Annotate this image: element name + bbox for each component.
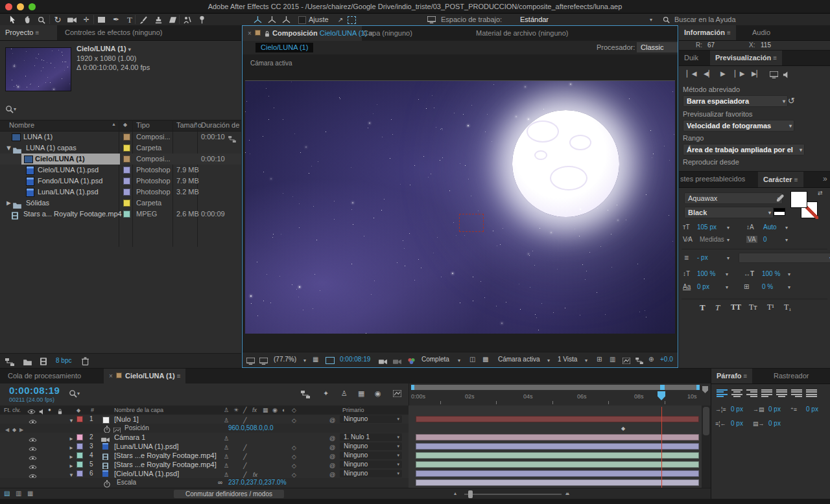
show-snapshot-icon[interactable] [393, 357, 401, 365]
project-row[interactable]: Stars a... Royalty Footage.mp4 MPEG 2.6 … [0, 209, 241, 220]
space-before-value[interactable]: 0 px [768, 406, 781, 413]
zoom-tool[interactable] [36, 15, 47, 25]
chevron-icon[interactable]: ▾ [727, 237, 729, 243]
tab-composition[interactable]: × Composición Cielo/LUNA (1) ≡ [243, 26, 362, 41]
grid-guides-icon[interactable]: ▦ [313, 356, 318, 363]
project-search-icon[interactable]: ▾ [5, 104, 16, 113]
view-selector[interactable]: Cámara activa [498, 356, 540, 363]
font-style-dropdown[interactable]: Black▾ [684, 207, 774, 218]
overflow-icon[interactable]: » [818, 172, 830, 187]
world-axis-mode-button[interactable] [266, 15, 278, 25]
baseline-shift-value[interactable]: 0 px [697, 283, 709, 290]
indent-first-value[interactable]: 0 px [806, 406, 818, 413]
tab-preview[interactable]: Previsualización ≡ [710, 51, 782, 65]
kerning-value[interactable]: Medidas [700, 236, 724, 243]
tab-timeline-comp[interactable]: × Cielo/LUNA (1) ≡ [104, 369, 185, 384]
close-tab-icon[interactable]: × [109, 372, 113, 380]
chevron-icon[interactable]: ▾ [788, 284, 790, 290]
link-dimensions-icon[interactable]: ∞ [218, 478, 222, 487]
tab-effect-controls[interactable]: Controles de efectos (ninguno) [60, 25, 167, 40]
color-depth-button[interactable]: 8 bpc [56, 357, 71, 364]
magnification-selector[interactable]: (77.7%) [274, 356, 296, 363]
tab-effects-presets[interactable]: stes preestablecidos [679, 172, 750, 187]
label-chip[interactable] [77, 461, 83, 468]
first-frame-button[interactable]: ▏◀ [687, 70, 696, 77]
timeline-search-icon[interactable]: ▾ [69, 389, 80, 398]
tab-character[interactable]: Carácter ≡ [758, 172, 803, 187]
parent-dropdown[interactable]: 1. Nulo 1▾ [340, 433, 402, 441]
preview-item-name[interactable]: Cielo/LUNA (1) ▾ [77, 45, 131, 52]
view-chevron-icon[interactable]: ▾ [547, 358, 550, 363]
indent-right-value[interactable]: 0 px [731, 420, 743, 427]
layer-name[interactable]: [Cielo/LUNA (1).psd] [114, 469, 179, 478]
audio-mute-icon[interactable] [783, 70, 790, 78]
frame-blending-icon[interactable]: ▦ [358, 389, 364, 398]
show-channel-icon[interactable] [407, 356, 416, 365]
layer-bar-luna[interactable] [416, 443, 699, 450]
pixel-aspect-icon[interactable]: ⊞ [597, 356, 602, 363]
property-row-position[interactable]: ◀ ◆ ▶ Posición 960.0,508.0,0.0 [0, 424, 409, 433]
workspace-chevron-icon[interactable]: ▾ [650, 17, 652, 23]
tracking-value[interactable]: 0 [763, 236, 767, 243]
magnification-chevron-icon[interactable]: ▾ [303, 358, 306, 363]
camera-tool[interactable] [66, 15, 78, 25]
layer-list-header[interactable]: Ft. clv. ● ◆ # Nombre de la capa ♙ ☀ ╱ f… [0, 406, 409, 415]
fill-color-swatch[interactable] [790, 191, 807, 208]
tab-render-queue[interactable]: Cola de procesamiento [3, 369, 86, 384]
comp-mini-flowchart-icon[interactable] [301, 390, 310, 398]
exposure-reset-icon[interactable]: ⊕ [648, 356, 654, 363]
black-white-swatch[interactable] [774, 208, 785, 216]
collapse-header-icon[interactable]: ☀ [233, 407, 239, 413]
tab-layer[interactable]: Capa (ninguno) [358, 26, 418, 41]
clone-stamp-tool[interactable] [152, 15, 164, 25]
toggle-switches-modes-button[interactable]: Conmutar definidores / modos [174, 490, 284, 498]
frame-blend-header-icon[interactable]: ▦ [263, 407, 268, 413]
vscale-value[interactable]: 100 % [697, 270, 715, 277]
twirl-icon[interactable]: ► [5, 198, 12, 209]
chevron-icon[interactable]: ▾ [788, 271, 790, 277]
render-preview-icon[interactable] [770, 70, 778, 78]
tab-tracker[interactable]: Rastreador [768, 369, 814, 384]
work-area-bar[interactable] [411, 385, 700, 390]
label-chip[interactable] [77, 443, 83, 450]
parent-dropdown[interactable]: Ninguno▾ [340, 461, 402, 468]
shy-toggle-icon[interactable]: ♙ [341, 389, 348, 398]
faux-bold-button[interactable]: T [700, 303, 706, 313]
stroke-style-dropdown[interactable]: ▾ [739, 253, 830, 263]
project-row[interactable]: Luna/LUNA (1).psd Photoshop 3.2 MB [0, 187, 241, 198]
adjustment-header-icon[interactable]: ◐ [282, 407, 285, 413]
shortcut-dropdown[interactable]: Barra espaciadora▾ [683, 95, 788, 107]
renderer-button[interactable]: Classic 3D [637, 42, 678, 52]
snapshot-icon[interactable] [379, 357, 387, 365]
expand-transfer-pane-button[interactable]: ▦ [27, 490, 33, 497]
cti-mini-marker[interactable] [660, 385, 665, 390]
tab-footage[interactable]: Material de archivo (ninguno) [471, 26, 573, 41]
property-name[interactable]: Escala [117, 478, 136, 487]
stopwatch-icon[interactable] [104, 479, 110, 488]
superscript-button[interactable]: T¹ [767, 303, 774, 312]
range-dropdown[interactable]: Área de trabajo ampliada por el▾ [683, 144, 805, 155]
selection-tool[interactable] [6, 15, 18, 25]
cube-header-icon[interactable]: ◇ [292, 407, 296, 413]
current-time-display[interactable]: 0:00:08:19 [9, 385, 60, 396]
property-name[interactable]: Posición [124, 424, 149, 433]
exposure-value[interactable]: +0.0 [660, 356, 673, 363]
parent-dropdown[interactable]: Ninguno▾ [340, 452, 402, 459]
last-frame-button[interactable]: ▶▏ [752, 70, 761, 77]
comp-viewer[interactable]: Cámara activa [243, 54, 678, 352]
align-center-button[interactable] [731, 389, 742, 397]
project-row[interactable]: Fondo/LUNA (1).psd Photoshop 7.9 MB [0, 176, 241, 187]
justify-all-button[interactable] [806, 389, 817, 397]
chevron-icon[interactable]: ▾ [726, 284, 728, 290]
trash-icon[interactable] [82, 356, 89, 365]
fast-previews-icon[interactable]: ▥ [610, 356, 615, 363]
workspace-selector[interactable]: Estándar [520, 15, 549, 25]
chevron-icon[interactable]: ▾ [726, 271, 728, 277]
flowchart-button[interactable] [5, 358, 14, 366]
label-chip[interactable] [123, 189, 130, 196]
justify-last-left-button[interactable] [761, 389, 772, 397]
panel-menu-icon[interactable]: ≡ [35, 29, 39, 36]
layer-row[interactable]: ▼ 1 [Nulo 1] ♙ ╱ ◇ @ Ninguno▾ [0, 415, 409, 424]
label-chip[interactable] [77, 416, 83, 422]
motion-blur-icon[interactable]: ◉ [375, 389, 381, 398]
